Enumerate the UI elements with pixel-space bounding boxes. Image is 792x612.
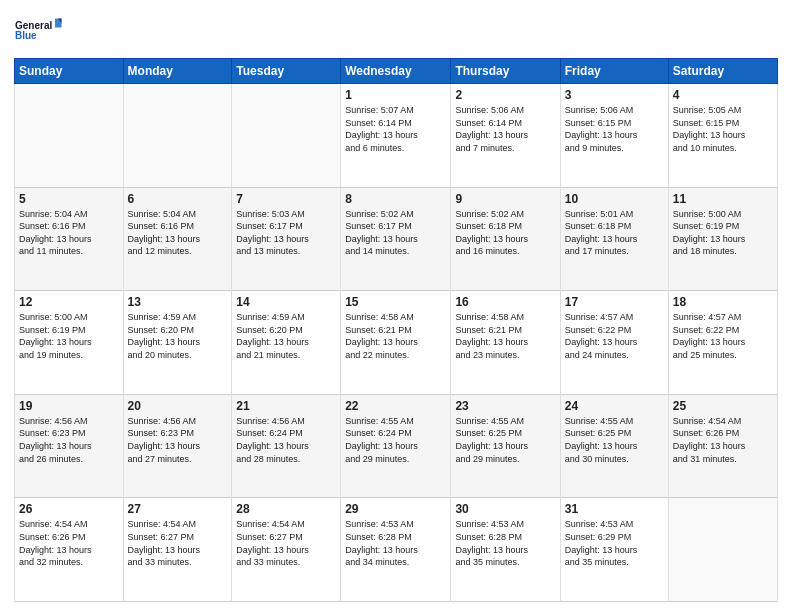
day-number: 6: [128, 192, 228, 206]
day-info: Sunrise: 4:54 AM Sunset: 6:27 PM Dayligh…: [236, 518, 336, 568]
day-info: Sunrise: 4:59 AM Sunset: 6:20 PM Dayligh…: [236, 311, 336, 361]
day-cell: 23Sunrise: 4:55 AM Sunset: 6:25 PM Dayli…: [451, 394, 560, 498]
day-cell: 18Sunrise: 4:57 AM Sunset: 6:22 PM Dayli…: [668, 291, 777, 395]
day-number: 13: [128, 295, 228, 309]
day-number: 30: [455, 502, 555, 516]
day-cell: 6Sunrise: 5:04 AM Sunset: 6:16 PM Daylig…: [123, 187, 232, 291]
day-cell: 13Sunrise: 4:59 AM Sunset: 6:20 PM Dayli…: [123, 291, 232, 395]
day-info: Sunrise: 5:02 AM Sunset: 6:17 PM Dayligh…: [345, 208, 446, 258]
day-number: 4: [673, 88, 773, 102]
svg-text:General: General: [15, 20, 52, 31]
day-number: 29: [345, 502, 446, 516]
day-cell: 26Sunrise: 4:54 AM Sunset: 6:26 PM Dayli…: [15, 498, 124, 602]
day-number: 10: [565, 192, 664, 206]
day-cell: 31Sunrise: 4:53 AM Sunset: 6:29 PM Dayli…: [560, 498, 668, 602]
day-cell: 19Sunrise: 4:56 AM Sunset: 6:23 PM Dayli…: [15, 394, 124, 498]
header-cell-tuesday: Tuesday: [232, 59, 341, 84]
day-info: Sunrise: 4:56 AM Sunset: 6:23 PM Dayligh…: [128, 415, 228, 465]
day-cell: 5Sunrise: 5:04 AM Sunset: 6:16 PM Daylig…: [15, 187, 124, 291]
header-cell-thursday: Thursday: [451, 59, 560, 84]
day-cell: 10Sunrise: 5:01 AM Sunset: 6:18 PM Dayli…: [560, 187, 668, 291]
header-cell-friday: Friday: [560, 59, 668, 84]
day-info: Sunrise: 4:56 AM Sunset: 6:24 PM Dayligh…: [236, 415, 336, 465]
day-cell: 1Sunrise: 5:07 AM Sunset: 6:14 PM Daylig…: [341, 84, 451, 188]
day-number: 18: [673, 295, 773, 309]
day-number: 23: [455, 399, 555, 413]
logo-svg: General Blue: [14, 10, 64, 50]
day-cell: 30Sunrise: 4:53 AM Sunset: 6:28 PM Dayli…: [451, 498, 560, 602]
day-info: Sunrise: 5:05 AM Sunset: 6:15 PM Dayligh…: [673, 104, 773, 154]
header-cell-saturday: Saturday: [668, 59, 777, 84]
day-number: 16: [455, 295, 555, 309]
day-info: Sunrise: 4:54 AM Sunset: 6:27 PM Dayligh…: [128, 518, 228, 568]
day-cell: 9Sunrise: 5:02 AM Sunset: 6:18 PM Daylig…: [451, 187, 560, 291]
day-info: Sunrise: 4:53 AM Sunset: 6:28 PM Dayligh…: [345, 518, 446, 568]
day-info: Sunrise: 4:55 AM Sunset: 6:25 PM Dayligh…: [565, 415, 664, 465]
day-info: Sunrise: 4:58 AM Sunset: 6:21 PM Dayligh…: [455, 311, 555, 361]
day-info: Sunrise: 4:59 AM Sunset: 6:20 PM Dayligh…: [128, 311, 228, 361]
header-cell-monday: Monday: [123, 59, 232, 84]
day-info: Sunrise: 4:56 AM Sunset: 6:23 PM Dayligh…: [19, 415, 119, 465]
day-info: Sunrise: 5:00 AM Sunset: 6:19 PM Dayligh…: [19, 311, 119, 361]
day-cell: [123, 84, 232, 188]
day-cell: [15, 84, 124, 188]
day-cell: 15Sunrise: 4:58 AM Sunset: 6:21 PM Dayli…: [341, 291, 451, 395]
day-info: Sunrise: 4:54 AM Sunset: 6:26 PM Dayligh…: [19, 518, 119, 568]
week-row-0: 1Sunrise: 5:07 AM Sunset: 6:14 PM Daylig…: [15, 84, 778, 188]
day-cell: 28Sunrise: 4:54 AM Sunset: 6:27 PM Dayli…: [232, 498, 341, 602]
day-number: 9: [455, 192, 555, 206]
day-info: Sunrise: 5:00 AM Sunset: 6:19 PM Dayligh…: [673, 208, 773, 258]
day-number: 12: [19, 295, 119, 309]
day-info: Sunrise: 5:06 AM Sunset: 6:14 PM Dayligh…: [455, 104, 555, 154]
day-info: Sunrise: 5:01 AM Sunset: 6:18 PM Dayligh…: [565, 208, 664, 258]
day-cell: 11Sunrise: 5:00 AM Sunset: 6:19 PM Dayli…: [668, 187, 777, 291]
day-number: 14: [236, 295, 336, 309]
day-number: 22: [345, 399, 446, 413]
day-number: 8: [345, 192, 446, 206]
svg-text:Blue: Blue: [15, 30, 37, 41]
day-cell: 20Sunrise: 4:56 AM Sunset: 6:23 PM Dayli…: [123, 394, 232, 498]
day-number: 28: [236, 502, 336, 516]
day-cell: 3Sunrise: 5:06 AM Sunset: 6:15 PM Daylig…: [560, 84, 668, 188]
day-cell: 2Sunrise: 5:06 AM Sunset: 6:14 PM Daylig…: [451, 84, 560, 188]
day-info: Sunrise: 4:54 AM Sunset: 6:26 PM Dayligh…: [673, 415, 773, 465]
day-cell: 17Sunrise: 4:57 AM Sunset: 6:22 PM Dayli…: [560, 291, 668, 395]
day-cell: 12Sunrise: 5:00 AM Sunset: 6:19 PM Dayli…: [15, 291, 124, 395]
day-cell: 14Sunrise: 4:59 AM Sunset: 6:20 PM Dayli…: [232, 291, 341, 395]
day-number: 3: [565, 88, 664, 102]
day-number: 2: [455, 88, 555, 102]
day-cell: 16Sunrise: 4:58 AM Sunset: 6:21 PM Dayli…: [451, 291, 560, 395]
header: General Blue: [14, 10, 778, 50]
day-cell: 7Sunrise: 5:03 AM Sunset: 6:17 PM Daylig…: [232, 187, 341, 291]
day-cell: 24Sunrise: 4:55 AM Sunset: 6:25 PM Dayli…: [560, 394, 668, 498]
day-info: Sunrise: 5:06 AM Sunset: 6:15 PM Dayligh…: [565, 104, 664, 154]
day-cell: 25Sunrise: 4:54 AM Sunset: 6:26 PM Dayli…: [668, 394, 777, 498]
day-cell: 21Sunrise: 4:56 AM Sunset: 6:24 PM Dayli…: [232, 394, 341, 498]
week-row-4: 26Sunrise: 4:54 AM Sunset: 6:26 PM Dayli…: [15, 498, 778, 602]
day-info: Sunrise: 5:07 AM Sunset: 6:14 PM Dayligh…: [345, 104, 446, 154]
day-cell: [232, 84, 341, 188]
day-number: 17: [565, 295, 664, 309]
day-info: Sunrise: 4:55 AM Sunset: 6:24 PM Dayligh…: [345, 415, 446, 465]
week-row-2: 12Sunrise: 5:00 AM Sunset: 6:19 PM Dayli…: [15, 291, 778, 395]
header-row: SundayMondayTuesdayWednesdayThursdayFrid…: [15, 59, 778, 84]
day-cell: 27Sunrise: 4:54 AM Sunset: 6:27 PM Dayli…: [123, 498, 232, 602]
day-number: 7: [236, 192, 336, 206]
day-info: Sunrise: 5:02 AM Sunset: 6:18 PM Dayligh…: [455, 208, 555, 258]
header-cell-sunday: Sunday: [15, 59, 124, 84]
logo: General Blue: [14, 10, 64, 50]
day-info: Sunrise: 4:53 AM Sunset: 6:29 PM Dayligh…: [565, 518, 664, 568]
day-info: Sunrise: 4:58 AM Sunset: 6:21 PM Dayligh…: [345, 311, 446, 361]
day-info: Sunrise: 4:53 AM Sunset: 6:28 PM Dayligh…: [455, 518, 555, 568]
day-number: 11: [673, 192, 773, 206]
day-info: Sunrise: 4:57 AM Sunset: 6:22 PM Dayligh…: [673, 311, 773, 361]
day-number: 24: [565, 399, 664, 413]
day-info: Sunrise: 5:04 AM Sunset: 6:16 PM Dayligh…: [19, 208, 119, 258]
day-number: 1: [345, 88, 446, 102]
day-number: 26: [19, 502, 119, 516]
day-info: Sunrise: 4:57 AM Sunset: 6:22 PM Dayligh…: [565, 311, 664, 361]
day-number: 15: [345, 295, 446, 309]
calendar-table: SundayMondayTuesdayWednesdayThursdayFrid…: [14, 58, 778, 602]
day-info: Sunrise: 5:03 AM Sunset: 6:17 PM Dayligh…: [236, 208, 336, 258]
day-cell: 4Sunrise: 5:05 AM Sunset: 6:15 PM Daylig…: [668, 84, 777, 188]
